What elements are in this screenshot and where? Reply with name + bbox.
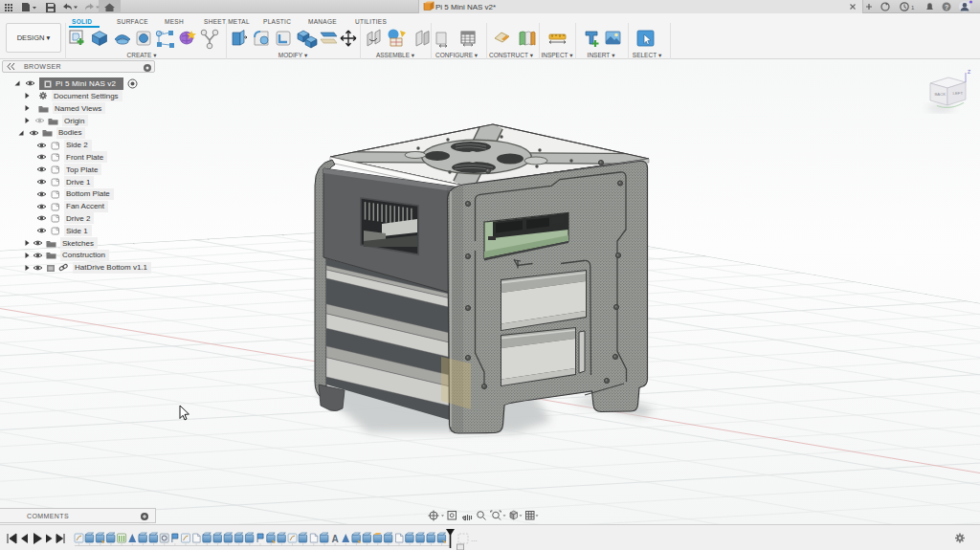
svg-text:?: ? (945, 4, 948, 11)
svg-text:Z: Z (968, 69, 970, 75)
svg-text:A: A (332, 534, 339, 544)
svg-text:...: ... (471, 535, 478, 543)
svg-text:1: 1 (911, 5, 915, 11)
svg-text:BACK: BACK (935, 92, 947, 97)
svg-text:LEFT: LEFT (953, 91, 964, 96)
